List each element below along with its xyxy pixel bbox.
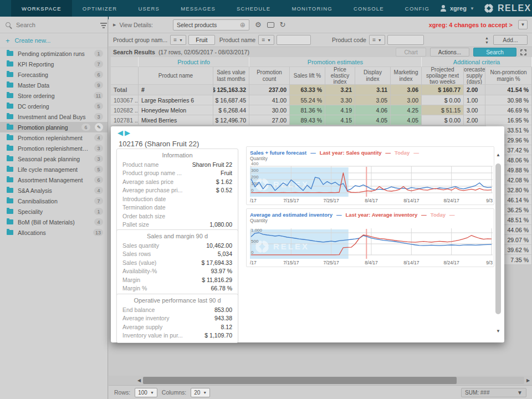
popup-scrollbar-thumb[interactable] [495,163,501,314]
column-header-promotion-count[interactable]: Promotion count [249,67,290,85]
filter-operator-2[interactable]: =▼ [369,35,385,45]
sum-aggregate-select[interactable]: SUM: ### ▼ [461,388,526,397]
sidebar-item-forecasting[interactable]: Forecasting6 [0,69,108,80]
filter-operator-1[interactable]: =▼ [258,35,274,45]
cell-sales-lift: 55.24 % [290,95,325,105]
user-menu[interactable]: xgreg ▼ [440,5,474,12]
sidebar-item-speciality[interactable]: Speciality1 [0,206,108,217]
column-header-sales-value-last-months[interactable]: Sales value last months [213,67,249,85]
refresh-icon[interactable]: ↻ [280,21,286,28]
sidebar-item-pending-optimization-runs[interactable]: Pending optimization runs1 [0,48,108,59]
filter-spinner[interactable]: ▲▼ [485,36,489,44]
sidebar-item-master-data[interactable]: Master Data9 [0,80,108,90]
table-row[interactable]: 103067 ...Large Raspberries 6$ 16,687.45… [111,95,532,105]
sidebar-item-kpi-reporting[interactable]: KPI Reporting7 [0,59,108,69]
chart-legend: Sales + future forecast—Last year: Sales… [250,149,492,156]
sidebar-item-store-ordering[interactable]: Store ordering11 [0,90,108,101]
nav-tab-monitoring[interactable]: MONITORING [281,0,343,17]
table-row[interactable]: 102781 ...Mixed Berries$ 12,496.7027.008… [111,115,532,125]
chart-plot: RELEX0100200300400/177/15/177/25/178/4/1… [250,162,493,204]
toolbar-chevron-button[interactable]: ▼ [518,20,528,29]
actions-button[interactable]: Actions... [430,48,469,57]
svg-text:/17: /17 [250,260,257,265]
column-header-price-elasticy-index[interactable]: Price elasticy index [325,67,355,85]
row-id-cell: 102781 ... [111,115,139,125]
column-header-marketing-index[interactable]: Marketing index [391,67,422,85]
cell-sales-value-last-months: $ 6,268.44 [213,105,249,115]
previous-product-icon[interactable]: ◀ [117,129,123,137]
column-header-sales-lift[interactable]: Sales lift % [290,67,325,85]
sidebar-item-assortment-management[interactable]: Assortment Management6 [0,175,108,185]
chart-button[interactable]: Chart [396,48,426,57]
table-row[interactable]: 102682 ...Honeydew Melon$ 6,268.4430.008… [111,105,532,115]
scroll-left-icon[interactable]: ◀ [135,378,143,383]
sidebar-item-cannibalisation[interactable]: Cannibalisation7 [0,196,108,206]
popup-scrollbar[interactable]: ▲ ▼ [494,151,502,335]
edit-pencil-icon[interactable]: ✎ [95,123,103,131]
settings-gear-icon[interactable]: ⚙ [255,21,262,28]
rows-select[interactable]: 100 ▼ [135,388,157,397]
user-icon [440,5,447,12]
card-row-value: Sharon Fruit 22 [192,161,232,168]
item-count-badge: 13 [93,229,103,236]
card-information: InformationProduct nameSharon Fruit 22Pr… [116,149,238,232]
column-header-non-promotion-margin[interactable]: Non-promotion margin % [485,67,532,85]
chart-plot: RELEX05001,000/177/15/177/25/178/4/178/1… [250,224,493,266]
nav-tab-optimizer[interactable]: OPTIMIZER [72,0,128,17]
horizontal-scrollbar[interactable]: ◀ ▶ [109,376,532,385]
search-button[interactable]: Search [473,48,516,57]
item-count-badge: 1 [94,208,103,215]
sidebar-item-promotion-planning[interactable]: Promotion planning6✎ [0,122,108,132]
next-product-icon[interactable]: ▶ [125,129,130,137]
nav-tab-messages[interactable]: MESSAGES [170,0,226,17]
card-row: Termination date [122,203,232,212]
spinner-down-icon: ▼ [485,40,489,44]
folder-icon [7,177,13,182]
card-row-label: Product name [122,161,158,168]
filter-value-input-0[interactable]: Fruit [188,35,215,45]
sidebar-item-dc-ordering[interactable]: DC ordering5 [0,101,108,111]
scroll-right-icon[interactable]: ▶ [524,378,532,383]
nav-tab-console[interactable]: CONSOLE [343,0,395,17]
filter-label-product-code: Product code [332,37,366,43]
columns-select[interactable]: 20 ▼ [191,388,210,397]
view-details-toggle[interactable]: ▶ View Details: [113,22,153,28]
filter-value-input-1[interactable] [277,35,311,45]
nav-tab-users[interactable]: USERS [127,0,170,17]
add-filter-button[interactable]: Add... [493,35,528,45]
nav-tab-schedule[interactable]: SCHEDULE [226,0,281,17]
select-products-dropdown[interactable]: Select products ⊕ [173,19,249,30]
sidebar-item-s-a-analysis[interactable]: S&A Analysis4 [0,185,108,196]
relex-flower-icon [483,3,494,14]
filter-value-input-2[interactable] [387,35,424,45]
sidebar-item-seasonal-peak-planning[interactable]: Seasonal peak planning3 [0,154,108,164]
scroll-down-icon[interactable]: ▼ [496,328,500,335]
comment-icon[interactable] [267,22,274,28]
card-row: Product nameSharon Fruit 22 [122,160,232,169]
search-input[interactable] [15,21,96,29]
sidebar-item-bom-bill-of-materials[interactable]: BoM (Bill of Materials)4 [0,217,108,227]
scroll-up-icon[interactable]: ▲ [496,151,500,159]
sidebar-item-promotion-replenishment[interactable]: Promotion replenishment4 [0,132,108,143]
scrollbar-track[interactable] [143,377,524,384]
column-header-display-index[interactable]: Display index [355,67,391,85]
item-count-badge: 5 [94,166,103,173]
create-new-button[interactable]: + Create new... [0,33,108,48]
nav-tab-config[interactable]: CONFIG [395,0,440,17]
filter-icon[interactable] [100,23,107,24]
column-header-forecasted-supply-days[interactable]: Forecasted supply (days) [464,67,485,85]
pending-changes-notice[interactable]: xgreg: 4 changes to accept > [429,22,513,28]
scrollbar-thumb[interactable] [143,377,457,384]
card-row: Sales rows5,034 [122,250,232,259]
fullscreen-icon[interactable] [520,49,526,55]
filter-operator-0[interactable]: =▼ [170,35,186,45]
nav-tab-workspace[interactable]: WORKSPACE [11,0,72,17]
table-total-row[interactable]: Total#$ 125,163.32237.0063.33 %3.213.113… [111,85,532,95]
sidebar-item-allocations[interactable]: Allocations13 [0,227,108,238]
sidebar-item-life-cycle-management[interactable]: Life cycle management5 [0,164,108,175]
sidebar-item-promotion-replenishment-dcs[interactable]: Promotion replenishment (DCs)3 [0,143,108,154]
sidebar-item-investment-and-deal-buys[interactable]: Investment and Deal Buys3 [0,111,108,122]
column-header-product-name[interactable]: Product name [139,67,213,85]
item-count-badge: 3 [94,155,103,162]
column-header-projected-spoilage-next-two-weeks[interactable]: Projected spoilage next two weeks [422,67,464,85]
